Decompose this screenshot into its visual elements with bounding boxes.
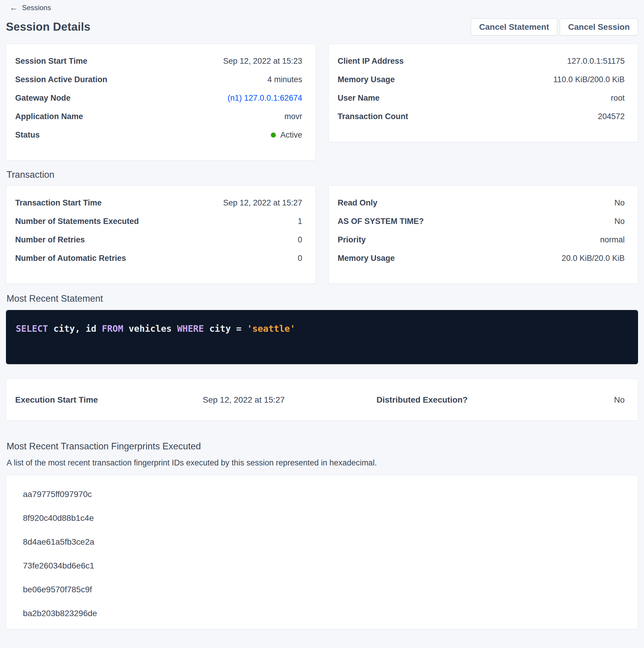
info-row-value: 1: [298, 217, 302, 226]
distributed-execution-label: Distributed Execution?: [320, 395, 472, 405]
info-row: Number of Automatic Retries0: [15, 249, 302, 267]
execution-summary-card: Execution Start Time Sep 12, 2022 at 15:…: [6, 379, 638, 421]
session-details-page: ← Sessions Session Details Cancel Statem…: [0, 0, 644, 629]
fingerprint-list-item: 73fe26034bd6e6c1: [23, 554, 625, 578]
back-link-label: Sessions: [22, 4, 51, 12]
info-row: Memory Usage20.0 KiB/20.0 KiB: [338, 249, 625, 267]
info-row-value: No: [614, 198, 625, 208]
info-row-value: 4 minutes: [267, 75, 302, 84]
info-row-value: 110.0 KiB/200.0 KiB: [553, 75, 625, 84]
info-row: AS OF SYSTEM TIME?No: [338, 212, 625, 230]
info-row-label: Gateway Node: [15, 94, 70, 103]
status-active-dot-icon: [271, 132, 276, 138]
distributed-execution-value: No: [472, 395, 625, 405]
fingerprints-section-heading: Most Recent Transaction Fingerprints Exe…: [7, 441, 637, 452]
transaction-card-right: Read OnlyNoAS OF SYSTEM TIME?NoPriorityn…: [329, 185, 638, 284]
sql-token-plain: city =: [204, 323, 247, 334]
cancel-statement-button[interactable]: Cancel Statement: [471, 18, 558, 36]
info-row-label: User Name: [338, 94, 380, 103]
info-row: Memory Usage110.0 KiB/200.0 KiB: [338, 70, 625, 89]
info-row-label: Transaction Count: [338, 112, 408, 121]
info-row: Transaction Start TimeSep 12, 2022 at 15…: [15, 194, 302, 212]
info-row: Session Active Duration4 minutes: [15, 70, 302, 89]
info-row-value: Sep 12, 2022 at 15:27: [223, 198, 302, 208]
info-row: Application Namemovr: [15, 107, 302, 126]
fingerprints-section-description: A list of the most recent transaction fi…: [7, 458, 637, 468]
execution-start-time-label: Execution Start Time: [15, 395, 168, 405]
fingerprints-card: aa79775ff097970c8f920c40d88b1c4e8d4ae61a…: [6, 475, 638, 629]
info-row-value: (n1) 127.0.0.1:62674: [228, 94, 302, 103]
fingerprint-list-item: ba2b203b823296de: [23, 601, 625, 626]
session-details-card-left: Session Start TimeSep 12, 2022 at 15:23S…: [6, 44, 316, 161]
info-row: Transaction Count204572: [338, 107, 625, 126]
info-row: StatusActive: [15, 126, 302, 144]
info-row: Prioritynormal: [338, 230, 625, 249]
info-row-value: 204572: [598, 112, 625, 121]
sql-token-str: 'seattle': [247, 323, 295, 334]
cancel-session-button[interactable]: Cancel Session: [560, 18, 638, 36]
sql-statement-box: SELECT city, id FROM vehicles WHERE city…: [6, 310, 638, 364]
info-row-value: Sep 12, 2022 at 15:23: [223, 57, 302, 66]
back-arrow-icon: ←: [9, 4, 18, 12]
info-row: User Nameroot: [338, 89, 625, 107]
sql-token-plain: vehicles: [123, 323, 177, 334]
sql-token-kw: FROM: [102, 323, 123, 334]
statement-section-heading: Most Recent Statement: [7, 293, 637, 304]
page-title: Session Details: [6, 20, 91, 33]
info-row-label: Number of Statements Executed: [15, 217, 139, 226]
info-row: Number of Statements Executed1: [15, 212, 302, 230]
info-row-label: Status: [15, 130, 40, 140]
execution-start-time-value: Sep 12, 2022 at 15:27: [168, 395, 320, 405]
info-row-label: Memory Usage: [338, 254, 395, 263]
info-row-label: Read Only: [338, 198, 378, 208]
transaction-card-left: Transaction Start TimeSep 12, 2022 at 15…: [6, 185, 316, 284]
sql-token-kw: WHERE: [177, 323, 204, 334]
info-row-label: Client IP Address: [338, 57, 404, 66]
fingerprint-list-item: 8d4ae61a5fb3ce2a: [23, 530, 625, 554]
transaction-section: Transaction Start TimeSep 12, 2022 at 15…: [6, 185, 638, 284]
info-row-value: 0: [298, 235, 302, 245]
sql-token-kw: SELECT: [16, 323, 48, 334]
info-row-value: 20.0 KiB/20.0 KiB: [562, 254, 625, 263]
fingerprint-list-item: aa79775ff097970c: [23, 482, 625, 506]
info-row-value: 0: [298, 254, 302, 263]
header-actions: Cancel Statement Cancel Session: [471, 18, 638, 36]
info-row-value: Active: [271, 130, 302, 140]
fingerprint-list-item: be06e9570f785c9f: [23, 578, 625, 601]
fingerprint-list-item: 8f920c40d88b1c4e: [23, 506, 625, 530]
info-row-label: Number of Automatic Retries: [15, 254, 126, 263]
transaction-section-heading: Transaction: [7, 169, 637, 180]
sql-token-plain: city, id: [48, 323, 102, 334]
info-row-label: AS OF SYSTEM TIME?: [338, 217, 424, 226]
info-row: Gateway Node(n1) 127.0.0.1:62674: [15, 89, 302, 107]
info-row-value: No: [614, 217, 625, 226]
info-row-value: normal: [600, 235, 625, 245]
info-row-label: Session Active Duration: [15, 75, 107, 84]
session-details-card-right: Client IP Address127.0.0.1:51175Memory U…: [329, 44, 638, 142]
session-summary-section: Session Start TimeSep 12, 2022 at 15:23S…: [6, 44, 638, 161]
info-row-value: 127.0.0.1:51175: [567, 57, 625, 66]
info-row-label: Application Name: [15, 112, 83, 121]
info-row: Session Start TimeSep 12, 2022 at 15:23: [15, 52, 302, 70]
gateway-node-link[interactable]: (n1) 127.0.0.1:62674: [228, 94, 302, 102]
info-row: Read OnlyNo: [338, 194, 625, 212]
info-row: Client IP Address127.0.0.1:51175: [338, 52, 625, 70]
info-row-label: Number of Retries: [15, 235, 85, 245]
status-label: Active: [280, 130, 302, 140]
info-row: Number of Retries0: [15, 230, 302, 249]
info-row-label: Session Start Time: [15, 57, 87, 66]
info-row-label: Transaction Start Time: [15, 198, 102, 208]
page-header: Session Details Cancel Statement Cancel …: [6, 18, 638, 36]
info-row-value: root: [611, 94, 625, 103]
status-badge: Active: [271, 130, 302, 140]
back-to-sessions-link[interactable]: ← Sessions: [6, 2, 52, 12]
info-row-label: Priority: [338, 235, 366, 245]
info-row-value: movr: [285, 112, 302, 121]
info-row-label: Memory Usage: [338, 75, 395, 84]
